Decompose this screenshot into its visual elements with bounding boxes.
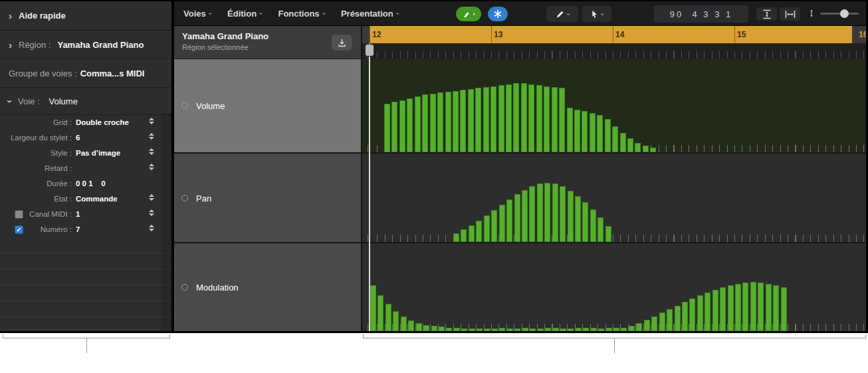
automation-bar[interactable] [621,328,627,331]
automation-bar[interactable] [461,229,467,242]
pencil-tool-button[interactable]: › [546,6,578,22]
automation-bar[interactable] [659,312,665,331]
automation-bar[interactable] [544,183,550,242]
lane-header[interactable]: Pan [174,154,362,242]
automation-bar[interactable] [439,326,445,331]
automation-bar[interactable] [422,94,428,152]
automation-bar[interactable] [682,302,688,331]
automation-bar[interactable] [522,190,528,242]
automation-bar[interactable] [597,217,603,242]
automation-bar[interactable] [650,148,656,152]
stepper-icon[interactable] [149,194,154,201]
automation-bar[interactable] [629,326,635,331]
param-value[interactable]: 0 0 1 0 [76,180,106,187]
automation-bar[interactable] [460,90,466,152]
automation-bar[interactable] [491,210,497,242]
automation-bar[interactable] [393,311,399,331]
playhead[interactable] [369,43,370,331]
region-cycle-strip[interactable] [370,26,852,43]
stepper-icon[interactable] [149,209,154,216]
automation-bar[interactable] [781,287,787,331]
param-value[interactable]: Double croche [76,118,129,126]
automation-bar[interactable] [476,221,482,242]
automation-bar[interactable] [560,328,566,331]
automation-bar[interactable] [576,328,582,331]
automation-bar[interactable] [490,86,496,152]
automation-bar[interactable] [567,108,573,152]
automation-bar[interactable] [758,283,764,331]
automation-bar[interactable] [597,115,603,152]
lane-set-menu-button[interactable] [332,35,352,51]
automation-bar[interactable] [591,328,597,331]
automation-bar[interactable] [575,196,581,242]
automation-bar[interactable] [475,88,481,152]
automation-bar[interactable] [612,126,618,152]
menu-presentation[interactable]: Présentation› [341,9,399,19]
automation-bar[interactable] [385,304,391,331]
automation-bar[interactable] [697,295,703,331]
param-value[interactable]: Pas d’image [76,149,120,157]
automation-bar[interactable] [446,328,452,331]
zoom-slider-track[interactable] [820,13,859,15]
automation-bar[interactable] [720,287,726,331]
automation-bar[interactable] [499,205,505,242]
automation-bar[interactable] [506,199,512,242]
automation-bar[interactable] [430,94,436,152]
quick-help-row[interactable]: › Aide rapide [0,1,171,31]
stepper-icon[interactable] [149,133,154,140]
playhead-handle[interactable] [365,44,374,57]
automation-bar[interactable] [453,91,459,152]
automation-bar[interactable] [773,285,779,331]
automation-bar[interactable] [651,316,657,331]
automation-bar[interactable] [735,284,741,331]
automation-bar[interactable] [384,104,390,152]
automation-bar[interactable] [378,295,383,331]
param-value[interactable]: 6 [76,134,80,142]
automation-bar[interactable] [636,323,642,331]
automation-bar[interactable] [453,233,459,242]
lane-plot[interactable] [362,154,866,242]
region-row[interactable]: › Région : Yamaha Grand Piano [0,31,171,59]
automation-bar[interactable] [675,306,681,331]
stepper-icon[interactable] [149,148,154,155]
param-checkbox[interactable] [15,210,23,219]
automation-bar[interactable] [431,326,437,331]
menu-fonctions[interactable]: Fonctions› [278,9,324,19]
automation-bar[interactable] [582,111,588,152]
automation-bar[interactable] [552,184,558,242]
automation-bar[interactable] [483,87,489,152]
automation-bar[interactable] [461,328,467,331]
automation-bar[interactable] [407,98,413,152]
automation-bar[interactable] [469,225,475,242]
automation-bar[interactable] [445,92,451,152]
automation-bar[interactable] [399,100,405,152]
automation-bar[interactable] [712,290,718,331]
automation-bar[interactable] [370,285,376,331]
automation-bar[interactable] [568,328,574,331]
stepper-icon[interactable] [149,164,154,170]
automation-bar[interactable] [667,309,673,331]
menu-voies[interactable]: Voies› [183,9,211,19]
automation-bar[interactable] [560,186,566,242]
automation-bar[interactable] [750,282,756,331]
voice-row[interactable]: › Voie : Volume [0,88,171,115]
automation-bar[interactable] [506,84,512,152]
lane-header[interactable]: Modulation [174,243,362,331]
automation-bar[interactable] [507,328,513,331]
lane-status-circle-icon[interactable] [181,102,188,109]
param-value[interactable]: 7 [76,225,80,233]
automation-bar[interactable] [391,102,397,152]
automation-bar[interactable] [613,328,619,331]
voice-group-row[interactable]: Groupe de voies : Comma...s MIDI [0,59,171,88]
automation-bar[interactable] [514,194,520,242]
automation-bar[interactable] [606,328,612,331]
automation-bar[interactable] [559,88,565,152]
automation-bar[interactable] [742,283,748,331]
param-checkbox[interactable]: ✓ [15,225,23,234]
lane-plot[interactable] [362,243,866,331]
param-value[interactable]: Commande [76,195,118,203]
automation-bar[interactable] [485,328,490,331]
automation-bar[interactable] [590,113,596,152]
automation-bar[interactable] [582,202,588,242]
automation-bar[interactable] [484,215,490,242]
